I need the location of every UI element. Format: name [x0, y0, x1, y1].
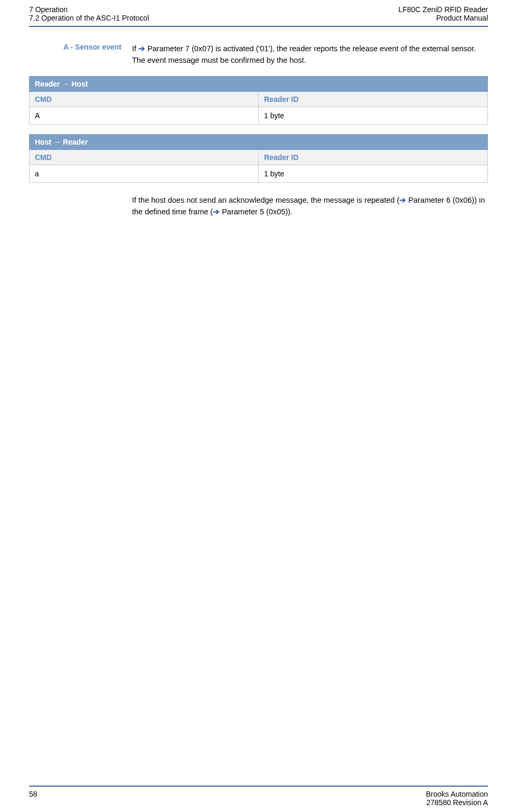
content-area: A - Sensor event If ➔ Parameter 7 (0x07)… — [0, 27, 517, 218]
footer-revision: 278580 Revision A — [426, 798, 488, 807]
table2-banner: Host → Reader — [30, 134, 488, 149]
header-right: LF80C ZeniD RFID Reader Product Manual — [398, 5, 488, 22]
table2-cmd-value: a — [30, 165, 259, 182]
footer-right: Brooks Automation 278580 Revision A — [426, 790, 488, 807]
table2-col-readerid: Reader ID — [259, 149, 488, 165]
header-doc-type: Product Manual — [398, 14, 488, 22]
table2-col-cmd: CMD — [30, 149, 259, 165]
after-param6: Parameter 6 (0x06) — [408, 196, 474, 204]
table1-col-cmd: CMD — [30, 91, 259, 107]
intro-paragraph: If ➔ Parameter 7 (0x07) is activated ('0… — [132, 43, 488, 67]
table1-col-readerid: Reader ID — [259, 91, 488, 107]
section-row: A - Sensor event If ➔ Parameter 7 (0x07)… — [29, 43, 488, 67]
header-section: 7.2 Operation of the ASC-I1 Protocol — [29, 14, 149, 22]
after-text-3: ). — [288, 207, 293, 216]
table2-rid-value: 1 byte — [259, 165, 488, 182]
header-left: 7 Operation 7.2 Operation of the ASC-I1 … — [29, 5, 149, 22]
header-chapter: 7 Operation — [29, 5, 149, 14]
arrow-icon: ➔ — [138, 44, 145, 53]
footer-rule — [29, 786, 488, 787]
header-product: LF80C ZeniD RFID Reader — [398, 5, 488, 14]
page-header: 7 Operation 7.2 Operation of the ASC-I1 … — [0, 0, 517, 25]
intro-text-1: If — [132, 44, 138, 53]
footer-row: 58 Brooks Automation 278580 Revision A — [29, 790, 488, 807]
page-footer: 58 Brooks Automation 278580 Revision A — [29, 786, 488, 807]
intro-param7: Parameter 7 (0x07) — [147, 44, 213, 53]
table1-banner: Reader → Host — [30, 76, 488, 91]
after-paragraph: If the host does not send an acknowledge… — [29, 194, 488, 218]
table-row: a 1 byte — [30, 165, 488, 182]
arrow-icon: ➔ — [399, 196, 406, 204]
footer-company: Brooks Automation — [426, 790, 488, 798]
table1-rid-value: 1 byte — [259, 107, 488, 124]
side-label-sensor-event: A - Sensor event — [29, 43, 132, 51]
table-row: A 1 byte — [30, 107, 488, 124]
after-text-1: If the host does not send an acknowledge… — [132, 196, 399, 204]
arrow-icon: ➔ — [213, 207, 220, 216]
page-number: 58 — [29, 790, 37, 807]
table-host-to-reader: Host → Reader CMD Reader ID a 1 byte — [29, 134, 488, 183]
table1-cmd-value: A — [30, 107, 259, 124]
table-reader-to-host: Reader → Host CMD Reader ID A 1 byte — [29, 76, 488, 125]
after-param5: Parameter 5 (0x05) — [222, 207, 288, 216]
